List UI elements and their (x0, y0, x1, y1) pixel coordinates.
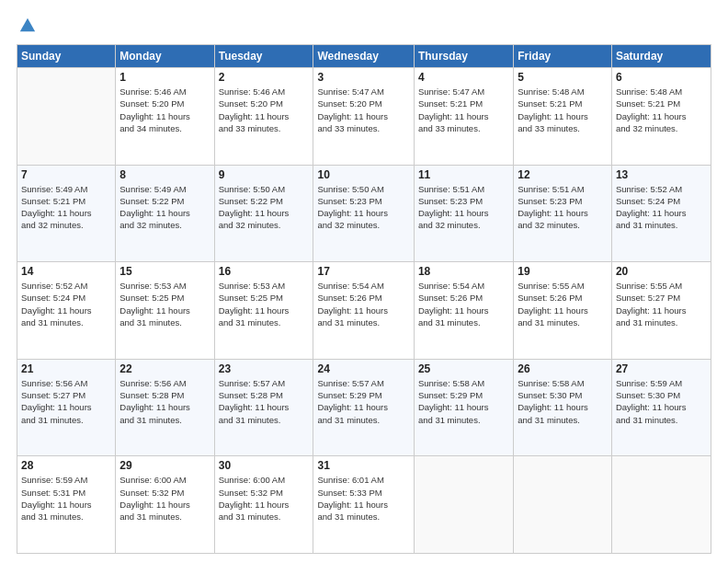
calendar-cell: 9Sunrise: 5:50 AMSunset: 5:22 PMDaylight… (214, 165, 313, 262)
day-number: 7 (21, 168, 111, 181)
calendar-cell: 19Sunrise: 5:55 AMSunset: 5:26 PMDayligh… (514, 262, 612, 360)
calendar-cell: 28Sunrise: 5:59 AMSunset: 5:31 PMDayligh… (17, 456, 116, 554)
day-info: Sunrise: 5:47 AMSunset: 5:20 PMDaylight:… (317, 86, 409, 134)
calendar-cell: 21Sunrise: 5:56 AMSunset: 5:27 PMDayligh… (17, 359, 116, 456)
day-info: Sunrise: 5:55 AMSunset: 5:27 PMDaylight:… (616, 280, 707, 328)
day-info: Sunrise: 6:00 AMSunset: 5:32 PMDaylight:… (219, 474, 310, 523)
calendar-cell: 13Sunrise: 5:52 AMSunset: 5:24 PMDayligh… (611, 165, 711, 262)
day-number: 15 (119, 265, 210, 278)
day-info: Sunrise: 5:48 AMSunset: 5:21 PMDaylight:… (616, 86, 707, 134)
svg-marker-0 (20, 18, 35, 32)
day-number: 28 (21, 459, 111, 472)
header (17, 17, 711, 35)
day-info: Sunrise: 5:58 AMSunset: 5:29 PMDaylight:… (418, 377, 509, 426)
calendar-cell (611, 456, 711, 554)
day-info: Sunrise: 5:54 AMSunset: 5:26 PMDaylight:… (418, 280, 509, 328)
day-info: Sunrise: 5:53 AMSunset: 5:25 PMDaylight:… (119, 280, 210, 328)
day-number: 4 (418, 71, 509, 84)
day-number: 21 (21, 362, 111, 375)
day-number: 9 (219, 168, 310, 181)
day-info: Sunrise: 5:52 AMSunset: 5:24 PMDaylight:… (616, 183, 707, 232)
day-info: Sunrise: 5:46 AMSunset: 5:20 PMDaylight:… (219, 86, 310, 134)
calendar-header-row: SundayMondayTuesdayWednesdayThursdayFrid… (17, 45, 711, 68)
calendar-cell: 5Sunrise: 5:48 AMSunset: 5:21 PMDaylight… (514, 68, 612, 166)
calendar-cell: 16Sunrise: 5:53 AMSunset: 5:25 PMDayligh… (214, 262, 313, 360)
day-info: Sunrise: 5:53 AMSunset: 5:25 PMDaylight:… (219, 280, 310, 328)
day-number: 31 (317, 459, 409, 472)
calendar-body: 1Sunrise: 5:46 AMSunset: 5:20 PMDaylight… (17, 68, 711, 554)
calendar-cell: 3Sunrise: 5:47 AMSunset: 5:20 PMDaylight… (313, 68, 414, 166)
calendar-cell: 29Sunrise: 6:00 AMSunset: 5:32 PMDayligh… (116, 456, 214, 554)
day-info: Sunrise: 5:46 AMSunset: 5:20 PMDaylight:… (119, 86, 210, 134)
day-number: 22 (119, 362, 210, 375)
header-day-wednesday: Wednesday (313, 45, 414, 68)
day-info: Sunrise: 5:54 AMSunset: 5:26 PMDaylight:… (317, 280, 409, 328)
calendar-cell: 7Sunrise: 5:49 AMSunset: 5:21 PMDaylight… (17, 165, 116, 262)
day-number: 13 (616, 168, 707, 181)
day-info: Sunrise: 5:57 AMSunset: 5:29 PMDaylight:… (317, 377, 409, 426)
calendar-cell: 14Sunrise: 5:52 AMSunset: 5:24 PMDayligh… (17, 262, 116, 360)
day-number: 10 (317, 168, 409, 181)
day-info: Sunrise: 5:58 AMSunset: 5:30 PMDaylight:… (518, 377, 608, 426)
calendar-week-row: 1Sunrise: 5:46 AMSunset: 5:20 PMDaylight… (17, 68, 711, 166)
logo (17, 17, 40, 35)
calendar-table: SundayMondayTuesdayWednesdayThursdayFrid… (17, 44, 711, 554)
day-number: 24 (317, 362, 409, 375)
day-number: 19 (518, 265, 608, 278)
day-number: 30 (219, 459, 310, 472)
day-number: 25 (418, 362, 509, 375)
day-number: 27 (616, 362, 707, 375)
day-number: 1 (119, 71, 210, 84)
page: SundayMondayTuesdayWednesdayThursdayFrid… (0, 0, 728, 563)
logo-icon (18, 17, 37, 35)
calendar-week-row: 14Sunrise: 5:52 AMSunset: 5:24 PMDayligh… (17, 262, 711, 360)
day-info: Sunrise: 5:59 AMSunset: 5:31 PMDaylight:… (21, 474, 111, 523)
day-info: Sunrise: 5:48 AMSunset: 5:21 PMDaylight:… (518, 86, 608, 134)
day-info: Sunrise: 5:57 AMSunset: 5:28 PMDaylight:… (219, 377, 310, 426)
calendar-cell: 15Sunrise: 5:53 AMSunset: 5:25 PMDayligh… (116, 262, 214, 360)
day-number: 6 (616, 71, 707, 84)
calendar-cell: 27Sunrise: 5:59 AMSunset: 5:30 PMDayligh… (611, 359, 711, 456)
day-info: Sunrise: 5:49 AMSunset: 5:21 PMDaylight:… (21, 183, 111, 232)
calendar-cell: 8Sunrise: 5:49 AMSunset: 5:22 PMDaylight… (116, 165, 214, 262)
day-info: Sunrise: 5:51 AMSunset: 5:23 PMDaylight:… (418, 183, 509, 232)
header-day-saturday: Saturday (611, 45, 711, 68)
header-day-monday: Monday (116, 45, 214, 68)
calendar-week-row: 7Sunrise: 5:49 AMSunset: 5:21 PMDaylight… (17, 165, 711, 262)
calendar-cell: 26Sunrise: 5:58 AMSunset: 5:30 PMDayligh… (514, 359, 612, 456)
day-info: Sunrise: 5:52 AMSunset: 5:24 PMDaylight:… (21, 280, 111, 328)
day-number: 18 (418, 265, 509, 278)
day-info: Sunrise: 5:55 AMSunset: 5:26 PMDaylight:… (518, 280, 608, 328)
calendar-cell: 24Sunrise: 5:57 AMSunset: 5:29 PMDayligh… (313, 359, 414, 456)
calendar-cell: 23Sunrise: 5:57 AMSunset: 5:28 PMDayligh… (214, 359, 313, 456)
calendar-cell: 25Sunrise: 5:58 AMSunset: 5:29 PMDayligh… (414, 359, 513, 456)
day-info: Sunrise: 5:51 AMSunset: 5:23 PMDaylight:… (518, 183, 608, 232)
day-info: Sunrise: 5:50 AMSunset: 5:23 PMDaylight:… (317, 183, 409, 232)
header-day-sunday: Sunday (17, 45, 116, 68)
calendar-cell (514, 456, 612, 554)
day-info: Sunrise: 5:59 AMSunset: 5:30 PMDaylight:… (616, 377, 707, 426)
day-number: 3 (317, 71, 409, 84)
calendar-cell: 12Sunrise: 5:51 AMSunset: 5:23 PMDayligh… (514, 165, 612, 262)
header-day-friday: Friday (514, 45, 612, 68)
calendar-cell: 18Sunrise: 5:54 AMSunset: 5:26 PMDayligh… (414, 262, 513, 360)
day-info: Sunrise: 5:56 AMSunset: 5:28 PMDaylight:… (119, 377, 210, 426)
calendar-cell: 22Sunrise: 5:56 AMSunset: 5:28 PMDayligh… (116, 359, 214, 456)
day-number: 29 (119, 459, 210, 472)
day-number: 26 (518, 362, 608, 375)
day-number: 20 (616, 265, 707, 278)
calendar-cell: 11Sunrise: 5:51 AMSunset: 5:23 PMDayligh… (414, 165, 513, 262)
day-info: Sunrise: 6:00 AMSunset: 5:32 PMDaylight:… (119, 474, 210, 523)
calendar-cell: 31Sunrise: 6:01 AMSunset: 5:33 PMDayligh… (313, 456, 414, 554)
day-number: 17 (317, 265, 409, 278)
calendar-cell: 17Sunrise: 5:54 AMSunset: 5:26 PMDayligh… (313, 262, 414, 360)
calendar-cell: 2Sunrise: 5:46 AMSunset: 5:20 PMDaylight… (214, 68, 313, 166)
day-number: 23 (219, 362, 310, 375)
day-number: 14 (21, 265, 111, 278)
day-number: 11 (418, 168, 509, 181)
calendar-week-row: 21Sunrise: 5:56 AMSunset: 5:27 PMDayligh… (17, 359, 711, 456)
day-info: Sunrise: 5:50 AMSunset: 5:22 PMDaylight:… (219, 183, 310, 232)
day-info: Sunrise: 5:47 AMSunset: 5:21 PMDaylight:… (418, 86, 509, 134)
calendar-cell (414, 456, 513, 554)
day-info: Sunrise: 5:56 AMSunset: 5:27 PMDaylight:… (21, 377, 111, 426)
